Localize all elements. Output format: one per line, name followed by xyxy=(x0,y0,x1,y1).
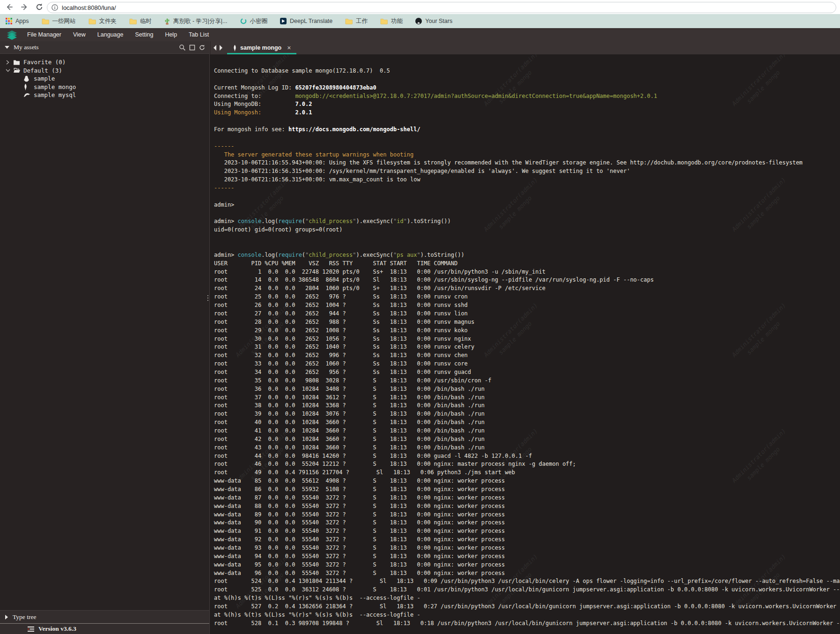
terminal-line: root 524 0.0 0.4 1301804 211344 ? Sl 18:… xyxy=(214,577,840,586)
terminal-line: www-data 87 0.0 0.0 55540 3272 ? S 18:13… xyxy=(214,494,840,502)
terminal-line: at %(h)s %(t)s %(L)ss "%(r)s" %(s)s %(b)… xyxy=(214,594,840,603)
terminal-line: root 31 0.0 0.0 2652 1040 ? Ss 18:13 0:0… xyxy=(214,343,840,351)
terminal-line: www-data 96 0.0 0.0 55540 3272 ? S 18:13… xyxy=(214,569,840,578)
bookmark-label: 一些网站 xyxy=(52,17,76,25)
terminal-line: www-data 92 0.0 0.0 55540 3272 ? S 18:13… xyxy=(214,536,840,544)
bookmark-label: 临时 xyxy=(140,17,152,25)
version-icon xyxy=(27,626,35,632)
menu-item-help[interactable]: Help xyxy=(165,31,177,38)
github-icon xyxy=(415,18,422,24)
bookmark-item[interactable]: 工作 xyxy=(345,17,368,25)
select-box-icon[interactable] xyxy=(188,43,196,52)
bookmark-item[interactable]: Apps xyxy=(6,18,29,24)
terminal-line: www-data 86 0.0 0.0 55932 5108 ? S 18:13… xyxy=(214,485,840,494)
mysql-icon xyxy=(23,92,32,98)
bookmark-label: Your Stars xyxy=(425,18,452,24)
ring-icon xyxy=(240,18,247,24)
tree-item-sample-mysql[interactable]: sample mysql xyxy=(0,91,209,99)
terminal-line: root 527 0.2 0.4 1362656 218364 ? Sl 18:… xyxy=(214,603,840,611)
terminal-line: 2023-10-06T21:16:56.315+00:00: /sys/kern… xyxy=(214,167,840,176)
bookmark-label: 功能 xyxy=(391,17,403,25)
reload-button[interactable] xyxy=(34,1,45,13)
terminal-line: root 44 0.0 0.0 98416 14260 ? S 18:13 0:… xyxy=(214,452,840,461)
terminal-line: root 37 0.0 0.0 10284 3612 ? S 18:13 0:0… xyxy=(214,394,840,402)
folder-icon xyxy=(380,18,388,24)
menu-item-setting[interactable]: Setting xyxy=(135,31,153,38)
terminal-line: root 38 0.0 0.0 10284 3368 ? S 18:13 0:0… xyxy=(214,402,840,410)
bookmark-item[interactable]: 文件夹 xyxy=(88,17,117,25)
bookmark-item[interactable]: Your Stars xyxy=(415,18,452,24)
sidebar: My assets Favorite (0)Default (3)samples… xyxy=(0,41,210,634)
terminal[interactable]: Administrator(admin)sample mongoAdminist… xyxy=(210,54,840,634)
terminal-line: 2023-10-06T21:16:56.315+00:00: vm.max_ma… xyxy=(214,176,840,184)
site-info-icon[interactable] xyxy=(52,4,58,11)
menu-item-file-manager[interactable]: File Manager xyxy=(27,31,61,38)
tree-item-sample-mongo[interactable]: sample mongo xyxy=(0,83,209,91)
mongo-leaf-icon xyxy=(233,45,237,52)
menu-item-language[interactable]: Language xyxy=(97,31,124,38)
terminal-line xyxy=(214,75,840,84)
tree-item-label: Default (3) xyxy=(23,67,62,74)
terminal-line: admin> console.log(require("child_proces… xyxy=(214,217,840,226)
terminal-line: The server generated these startup warni… xyxy=(214,151,840,159)
tree-item-favorite-0[interactable]: Favorite (0) xyxy=(0,58,209,67)
bookmark-item[interactable]: 一些网站 xyxy=(42,17,76,25)
menu-item-tab-list[interactable]: Tab List xyxy=(189,31,209,38)
terminal-line xyxy=(214,243,840,251)
terminal-line: USER PID %CPU %MEM VSZ RSS TTY STAT STAR… xyxy=(214,260,840,268)
terminal-line: root 42 0.0 0.0 10284 3660 ? S 18:13 0:0… xyxy=(214,435,840,444)
terminal-line: root 46 0.0 0.0 55204 12212 ? S 18:13 0:… xyxy=(214,460,840,469)
terminal-line: www-data 85 0.0 0.0 55612 4908 ? S 18:13… xyxy=(214,477,840,485)
bookmark-item[interactable]: 临时 xyxy=(129,17,152,25)
tree-item-label: Favorite (0) xyxy=(23,59,66,66)
terminal-line: Connecting to: mongodb://<credentials>@1… xyxy=(214,92,840,101)
expand-caret-icon xyxy=(5,615,8,619)
search-icon[interactable] xyxy=(178,43,186,52)
tabs-scroll-right-icon[interactable] xyxy=(219,45,223,51)
tab-close-icon[interactable]: × xyxy=(287,45,291,51)
jumpserver-logo-icon xyxy=(6,30,18,40)
back-button[interactable] xyxy=(4,1,15,13)
bookmark-label: 离别歌 - 学习|分享|... xyxy=(173,17,228,25)
terminal-line: root 33 0.0 0.0 2652 1060 ? Ss 18:13 0:0… xyxy=(214,360,840,368)
sidebar-resize-handle[interactable] xyxy=(207,295,208,301)
terminal-line: uid=0(root) gid=0(root) groups=0(root) xyxy=(214,226,840,234)
terminal-line: root 35 0.0 0.0 9808 3028 ? S 18:13 0:00… xyxy=(214,377,840,385)
bookmark-item[interactable]: 离别歌 - 学习|分享|... xyxy=(164,17,228,25)
tabs-scroll-left-icon[interactable] xyxy=(213,45,217,51)
bookmark-label: 工作 xyxy=(356,17,368,25)
terminal-line: root 41 0.0 0.0 10284 3660 ? S 18:13 0:0… xyxy=(214,427,840,435)
chevron-down-icon[interactable] xyxy=(6,68,13,72)
terminal-line: root 28 0.0 0.0 2652 988 ? Ss 18:13 0:00… xyxy=(214,318,840,327)
sidebar-header[interactable]: My assets xyxy=(0,41,209,54)
apps-icon xyxy=(6,18,12,24)
sidebar-bottom: Type tree Version v3.6.3 xyxy=(0,610,209,634)
refresh-icon[interactable] xyxy=(198,43,206,52)
terminal-line: Using MongoDB: 7.0.2 xyxy=(214,100,840,109)
tree-item-default-3[interactable]: Default (3) xyxy=(0,67,209,75)
menu-item-view[interactable]: View xyxy=(73,31,86,38)
bookmark-item[interactable]: DeepL Translate xyxy=(280,18,332,24)
bookmark-label: Apps xyxy=(15,18,29,24)
chevron-right-icon[interactable] xyxy=(6,60,13,65)
terminal-line: 2023-10-06T21:16:55.943+00:00: Using the… xyxy=(214,159,840,167)
terminal-line: root 525 0.0 0.0 36312 24608 ? S 18:13 0… xyxy=(214,586,840,594)
folder-icon xyxy=(129,18,137,24)
bookmark-item[interactable]: 小密圈 xyxy=(240,17,268,25)
menu-items-host: File ManagerViewLanguageSettingHelpTab L… xyxy=(27,31,221,38)
bookmark-item[interactable]: 功能 xyxy=(380,17,403,25)
version-row: Version v3.6.3 xyxy=(0,623,209,634)
forward-button[interactable] xyxy=(19,1,30,13)
url-bar[interactable]: localhost:8080/luna/ xyxy=(47,2,836,13)
terminal-line: www-data 89 0.0 0.0 55540 3272 ? S 18:13… xyxy=(214,511,840,519)
terminal-line: www-data 88 0.0 0.0 55540 3272 ? S 18:13… xyxy=(214,502,840,511)
bookmarks-bar: Apps一些网站文件夹临时离别歌 - 学习|分享|...小密圈DeepL Tra… xyxy=(0,14,840,28)
terminal-line: root 24 0.0 0.0 2804 1060 pts/0 S+ 18:13… xyxy=(214,284,840,293)
tree-item-sample[interactable]: sample xyxy=(0,75,209,83)
terminal-line: root 40 0.0 0.0 10284 3660 ? S 18:13 0:0… xyxy=(214,418,840,427)
terminal-line xyxy=(214,134,840,142)
tab-sample-mongo[interactable]: sample mongo × xyxy=(227,41,296,54)
asset-tree: Favorite (0)Default (3)samplesample mong… xyxy=(0,54,209,99)
deepl-icon xyxy=(280,18,287,24)
type-tree-toggle[interactable]: Type tree xyxy=(0,610,209,623)
